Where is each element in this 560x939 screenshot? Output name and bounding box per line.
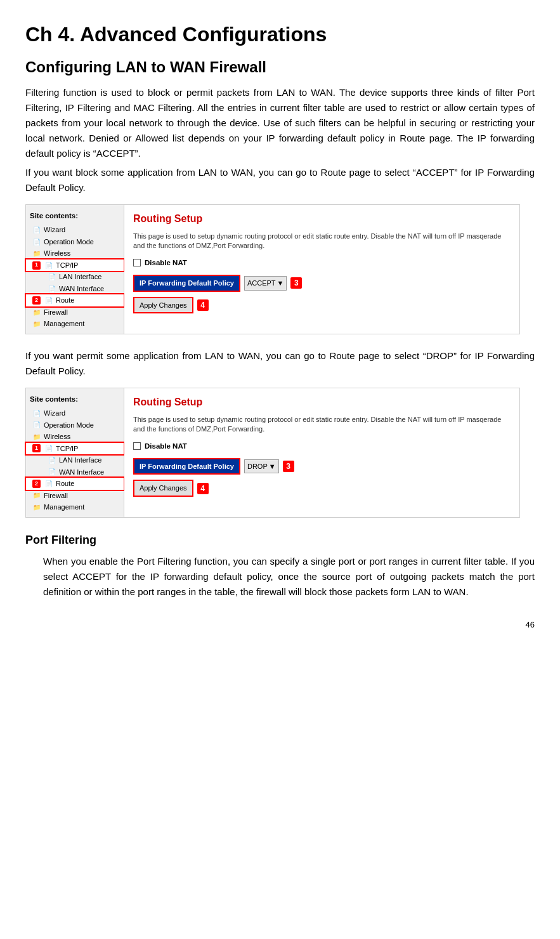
firewall-label-2: Firewall — [44, 490, 68, 501]
chapter-title: Ch 4. Advanced Configurations — [25, 19, 535, 49]
wan-label-2: WAN Interface — [59, 467, 104, 478]
sidebar-item-firewall-1[interactable]: Firewall — [26, 306, 124, 318]
screenshot-1: Site contents: Wizard Operation Mode Wir… — [25, 204, 520, 334]
routing-title-1: Routing Setup — [133, 211, 511, 227]
disable-nat-label-1: Disable NAT — [145, 258, 187, 268]
tcpip-label-2: TCP/IP — [56, 443, 78, 454]
sidebar-item-management-1[interactable]: Management — [26, 318, 124, 330]
route-label-1: Route — [56, 295, 74, 306]
folder-icon — [32, 432, 41, 441]
sidebar-item-lan-1[interactable]: LAN Interface — [26, 271, 124, 283]
doc-icon — [48, 456, 56, 464]
policy-value-1: ACCEPT — [247, 278, 276, 289]
route-label-2: Route — [56, 478, 74, 489]
routing-desc-2: This page is used to setup dynamic routi… — [133, 415, 511, 435]
sidebar-item-wireless-2[interactable]: Wireless — [26, 431, 124, 443]
step4-badge-1: 4 — [197, 299, 209, 311]
policy-select-1[interactable]: ACCEPT ▼ — [244, 276, 287, 291]
sidebar-item-lan-2[interactable]: LAN Interface — [26, 454, 124, 466]
apply-btn-2[interactable]: Apply Changes — [133, 480, 193, 497]
folder-icon — [32, 308, 41, 317]
body-text-1: Filtering function is used to block or p… — [25, 85, 535, 161]
disable-nat-checkbox-2[interactable] — [133, 442, 141, 450]
disable-nat-row-2: Disable NAT — [133, 441, 511, 452]
opmode-label-2: Operation Mode — [44, 420, 94, 431]
page-number: 46 — [25, 619, 535, 631]
management-label-2: Management — [44, 502, 84, 513]
disable-nat-checkbox-1[interactable] — [133, 259, 141, 266]
step3-badge-2: 3 — [283, 461, 294, 472]
doc-icon — [44, 444, 53, 453]
step1-badge-2: 1 — [32, 444, 41, 452]
doc-icon — [44, 296, 53, 305]
policy-value-2: DROP — [247, 461, 268, 472]
sidebar-item-firewall-2[interactable]: Firewall — [26, 490, 124, 502]
doc-icon — [48, 273, 56, 282]
policy-row-2: IP Forwarding Default Policy DROP ▼ 3 — [133, 458, 511, 475]
sidebar-header-1: Site contents: — [26, 209, 124, 224]
sidebar-item-wan-2[interactable]: WAN Interface — [26, 466, 124, 478]
sidebar-item-wireless-1[interactable]: Wireless — [26, 247, 124, 259]
sidebar-item-opmode-2[interactable]: Operation Mode — [26, 419, 124, 431]
sidebar-item-wizard-2[interactable]: Wizard — [26, 407, 124, 419]
tcpip-label-1: TCP/IP — [56, 260, 78, 271]
wizard-label-1: Wizard — [44, 225, 65, 235]
main-panel-1: Routing Setup This page is used to setup… — [124, 205, 519, 334]
wireless-label-1: Wireless — [44, 248, 70, 259]
lan-label-1: LAN Interface — [59, 272, 101, 282]
sidebar-item-tcpip-2[interactable]: 1 TCP/IP — [26, 443, 124, 455]
routing-desc-1: This page is used to setup dynamic routi… — [133, 232, 511, 251]
main-panel-2: Routing Setup This page is used to setup… — [124, 388, 519, 517]
management-label-1: Management — [44, 318, 84, 329]
folder-icon — [32, 491, 41, 500]
body-text-3: If you want permit some application from… — [25, 348, 535, 379]
policy-label-1: IP Forwarding Default Policy — [133, 275, 240, 292]
sidebar-item-wizard-1[interactable]: Wizard — [26, 224, 124, 236]
doc-icon — [48, 468, 56, 476]
wireless-label-2: Wireless — [44, 431, 70, 442]
apply-btn-1[interactable]: Apply Changes — [133, 297, 193, 314]
apply-row-2: Apply Changes 4 — [133, 480, 511, 497]
apply-row-1: Apply Changes 4 — [133, 297, 511, 314]
folder-icon — [32, 502, 41, 511]
sidebar-item-opmode-1[interactable]: Operation Mode — [26, 236, 124, 248]
folder-icon — [32, 320, 41, 329]
wizard-label-2: Wizard — [44, 408, 65, 419]
doc-icon — [44, 479, 53, 488]
doc-icon — [48, 284, 56, 293]
port-filtering-text: When you enable the Port Filtering funct… — [25, 554, 535, 600]
disable-nat-row-1: Disable NAT — [133, 258, 511, 268]
screenshot-2: Site contents: Wizard Operation Mode Wir… — [25, 388, 520, 518]
policy-select-2[interactable]: DROP ▼ — [244, 459, 279, 474]
sidebar-item-route-1[interactable]: 2 Route — [26, 294, 124, 306]
policy-row-1: IP Forwarding Default Policy ACCEPT ▼ 3 — [133, 275, 511, 292]
section-title: Configuring LAN to WAN Firewall — [25, 56, 535, 79]
doc-icon — [32, 409, 41, 417]
step3-badge-1: 3 — [290, 277, 302, 289]
step2-badge-1: 2 — [32, 296, 41, 305]
wan-label-1: WAN Interface — [59, 284, 104, 294]
sidebar-item-management-2[interactable]: Management — [26, 501, 124, 513]
select-arrow-2: ▼ — [269, 461, 276, 472]
disable-nat-label-2: Disable NAT — [145, 441, 187, 452]
sidebar-1: Site contents: Wizard Operation Mode Wir… — [26, 205, 124, 334]
folder-icon — [32, 249, 41, 258]
doc-icon — [44, 261, 53, 270]
step2-badge-2: 2 — [32, 480, 41, 488]
step4-badge-2: 4 — [197, 483, 209, 494]
firewall-label-1: Firewall — [44, 307, 68, 318]
opmode-label-1: Operation Mode — [44, 237, 94, 247]
doc-icon — [32, 237, 41, 246]
sidebar-item-wan-1[interactable]: WAN Interface — [26, 283, 124, 295]
sidebar-item-tcpip-1[interactable]: 1 TCP/IP — [26, 259, 124, 272]
doc-icon — [32, 421, 41, 430]
doc-icon — [32, 226, 41, 235]
lan-label-2: LAN Interface — [59, 455, 101, 466]
subsection-title: Port Filtering — [25, 532, 535, 549]
select-arrow-1: ▼ — [277, 278, 284, 289]
routing-title-2: Routing Setup — [133, 395, 511, 410]
sidebar-2: Site contents: Wizard Operation Mode Wir… — [26, 388, 124, 517]
step1-badge-1: 1 — [32, 261, 41, 270]
sidebar-item-route-2[interactable]: 2 Route — [26, 478, 124, 490]
sidebar-header-2: Site contents: — [26, 392, 124, 407]
